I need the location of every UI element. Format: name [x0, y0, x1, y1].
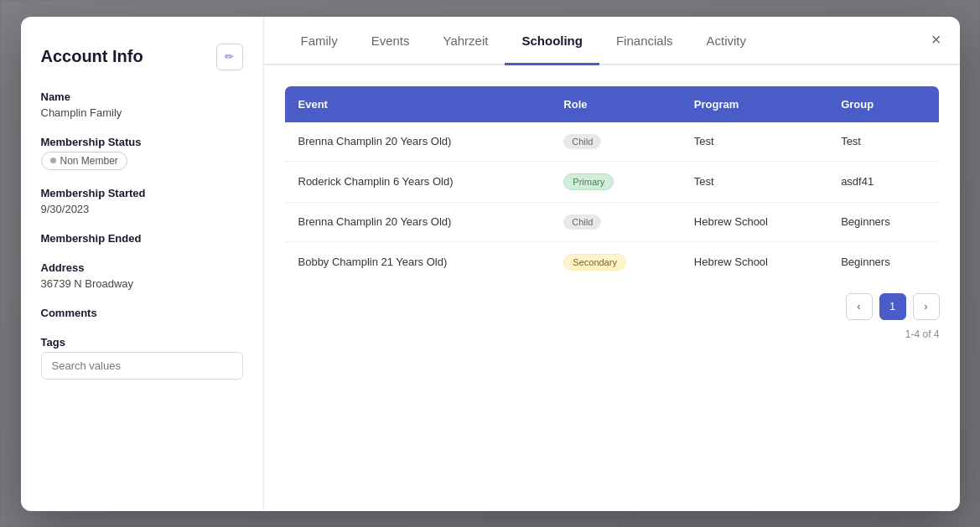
col-event: Event: [284, 85, 550, 122]
col-group: Group: [827, 85, 939, 122]
account-panel: Account Info ✏ Name Champlin Family Memb…: [21, 17, 264, 511]
modal-container: × Account Info ✏ Name Champlin Family Me…: [21, 17, 960, 511]
table-row: Bobby Champlin 21 Years Old)SecondaryHeb…: [284, 241, 939, 282]
tabs-bar: Family Events Yahrzeit Schooling Financi…: [264, 17, 960, 65]
col-program: Program: [681, 85, 827, 122]
table-row: Brenna Champlin 20 Years Old)ChildTestTe…: [284, 122, 939, 162]
modal-overlay: × Account Info ✏ Name Champlin Family Me…: [0, 0, 980, 527]
tab-family[interactable]: Family: [284, 17, 355, 65]
name-field-group: Name Champlin Family: [41, 90, 243, 119]
schooling-table: Event Role Program Group Brenna Champlin…: [284, 85, 940, 283]
cell-role: Child: [550, 202, 681, 241]
membership-started-field-group: Membership Started 9/30/2023: [41, 187, 243, 215]
account-header: Account Info ✏: [41, 44, 243, 70]
cell-event: Bobby Champlin 21 Years Old): [284, 241, 550, 282]
table-row: Brenna Champlin 20 Years Old)ChildHebrew…: [284, 202, 939, 241]
page-1-button[interactable]: 1: [879, 293, 906, 320]
pencil-icon: ✏: [225, 50, 234, 63]
cell-event: Roderick Champlin 6 Years Old): [284, 161, 550, 202]
membership-status-label: Membership Status: [41, 136, 243, 148]
comments-field-group: Comments: [41, 307, 243, 319]
address-field-group: Address 36739 N Broadway: [41, 261, 243, 290]
next-page-button[interactable]: ›: [913, 293, 940, 320]
account-title: Account Info: [41, 47, 143, 66]
cell-group: Beginners: [827, 202, 939, 241]
cell-program: Test: [681, 122, 827, 162]
cell-role: Primary: [550, 161, 681, 202]
cell-group: asdf41: [827, 161, 939, 202]
tags-search-input[interactable]: [41, 352, 243, 380]
cell-program: Hebrew School: [681, 241, 827, 282]
table-body: Brenna Champlin 20 Years Old)ChildTestTe…: [284, 122, 939, 283]
table-area: Event Role Program Group Brenna Champlin…: [264, 65, 960, 511]
cell-group: Test: [827, 122, 939, 162]
name-label: Name: [41, 90, 243, 103]
role-badge: Primary: [563, 173, 614, 190]
role-badge: Child: [563, 134, 601, 149]
tab-yahrzeit[interactable]: Yahrzeit: [427, 17, 506, 65]
tab-schooling[interactable]: Schooling: [505, 17, 599, 65]
close-button[interactable]: ×: [925, 28, 948, 52]
membership-status-value: Non Member: [60, 155, 118, 167]
table-row: Roderick Champlin 6 Years Old)PrimaryTes…: [284, 161, 939, 202]
cell-event: Brenna Champlin 20 Years Old): [284, 202, 550, 241]
membership-started-label: Membership Started: [41, 187, 243, 199]
cell-role: Child: [550, 122, 681, 162]
membership-ended-label: Membership Ended: [41, 232, 243, 245]
role-badge: Secondary: [563, 254, 626, 271]
membership-status-field-group: Membership Status Non Member: [41, 136, 243, 170]
cell-role: Secondary: [550, 241, 681, 282]
col-role: Role: [550, 85, 681, 122]
cell-group: Beginners: [827, 241, 939, 282]
cell-event: Brenna Champlin 20 Years Old): [284, 122, 550, 162]
prev-page-button[interactable]: ‹: [846, 293, 873, 320]
name-value: Champlin Family: [41, 106, 243, 119]
tags-label: Tags: [41, 336, 243, 349]
address-value: 36739 N Broadway: [41, 277, 243, 290]
cell-program: Hebrew School: [681, 202, 827, 241]
tags-field-group: Tags: [41, 336, 243, 380]
content-panel: Family Events Yahrzeit Schooling Financi…: [264, 17, 960, 511]
address-label: Address: [41, 261, 243, 274]
pagination: ‹ 1 ›: [284, 283, 940, 323]
membership-ended-field-group: Membership Ended: [41, 232, 243, 245]
tab-events[interactable]: Events: [355, 17, 427, 65]
tab-financials[interactable]: Financials: [599, 17, 690, 65]
membership-started-value: 9/30/2023: [41, 203, 243, 215]
membership-status-badge: Non Member: [41, 152, 127, 170]
cell-program: Test: [681, 161, 827, 202]
badge-dot-icon: [50, 158, 56, 163]
role-badge: Child: [563, 214, 601, 230]
tab-activity[interactable]: Activity: [689, 17, 763, 65]
page-info: 1-4 of 4: [284, 328, 940, 340]
comments-label: Comments: [41, 307, 243, 319]
table-header: Event Role Program Group: [284, 85, 939, 122]
edit-account-button[interactable]: ✏: [216, 44, 243, 70]
